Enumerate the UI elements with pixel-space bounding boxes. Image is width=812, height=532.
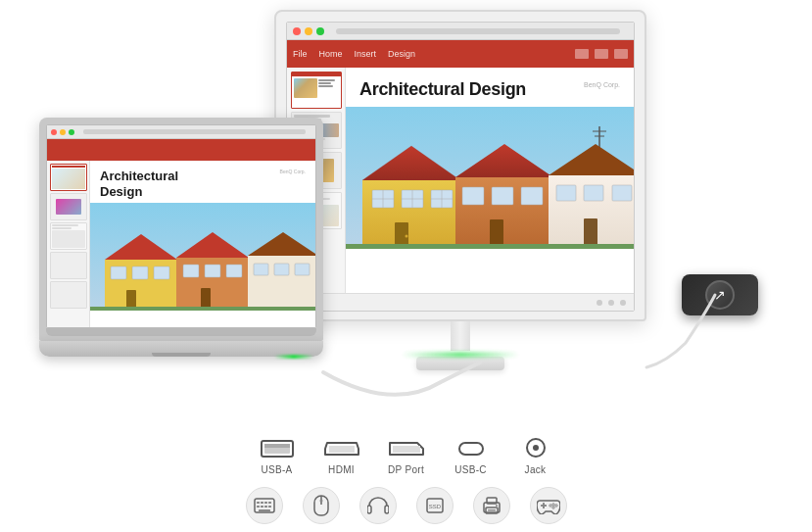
ribbon-tab-design[interactable]: Design: [388, 49, 415, 59]
laptop-house-svg: [90, 203, 315, 311]
laptop: ArchitecturalDesign BenQ Corp.: [39, 118, 323, 357]
feature-gamepad: [530, 487, 567, 524]
laptop-slide-image: [90, 203, 315, 311]
usb-c-label: USB-C: [454, 464, 487, 475]
svg-rect-64: [257, 506, 260, 508]
device-body: ↗: [682, 274, 758, 315]
svg-rect-72: [385, 506, 389, 513]
svg-rect-62: [264, 502, 267, 504]
ssd-icon: SSD: [425, 496, 445, 515]
svg-rect-23: [521, 187, 543, 205]
laptop-content: ArchitecturalDesign BenQ Corp.: [47, 161, 315, 327]
svg-rect-35: [111, 266, 126, 279]
monitor-statusbar: [287, 293, 634, 311]
feature-mouse: [303, 487, 340, 524]
ribbon-tab-insert[interactable]: Insert: [355, 49, 377, 59]
svg-rect-42: [205, 265, 220, 277]
hdmi-icon: [323, 435, 360, 460]
laptop-base: [39, 341, 323, 357]
titlebar-address: [336, 28, 620, 34]
svg-rect-43: [226, 265, 242, 277]
monitor-glow: [402, 353, 519, 357]
laptop-thumb-4[interactable]: [50, 252, 87, 279]
port-dp: DP Port: [388, 435, 425, 475]
svg-rect-68: [259, 509, 270, 511]
house-scene-svg: [346, 107, 634, 249]
mouse-icon-wrap: [303, 487, 340, 524]
features-section: SSD: [246, 487, 567, 524]
ports-section: USB-A HDMI DP Port USB-C: [259, 435, 554, 475]
svg-rect-28: [584, 185, 603, 201]
monitor-screen: File Home Insert Design: [286, 22, 635, 312]
svg-rect-65: [261, 506, 263, 508]
laptop-hinge: [46, 328, 316, 336]
svg-rect-22: [492, 187, 513, 205]
feature-ssd: SSD: [416, 487, 454, 524]
ribbon-tab-home[interactable]: Home: [319, 49, 343, 59]
laptop-thumb-3[interactable]: [50, 222, 87, 250]
ribbon-icon-3: [614, 49, 628, 59]
slide-thumb-1[interactable]: [291, 72, 342, 109]
printer-icon: [481, 496, 502, 515]
laptop-screen: ArchitecturalDesign BenQ Corp.: [46, 124, 316, 328]
laptop-thumb-1[interactable]: [50, 164, 87, 191]
svg-point-85: [549, 505, 550, 507]
laptop-ribbon: [47, 139, 315, 161]
mouse-icon: [313, 495, 329, 516]
svg-rect-61: [261, 502, 263, 504]
usb-a-label: USB-A: [261, 464, 292, 475]
laptop-titlebar: [47, 125, 315, 139]
laptop-main-slide: ArchitecturalDesign BenQ Corp.: [90, 161, 315, 327]
monitor-stand-base: [416, 357, 504, 370]
printer-icon-wrap: [473, 487, 510, 524]
svg-point-83: [554, 505, 556, 507]
svg-rect-54: [329, 446, 355, 453]
svg-point-82: [551, 504, 553, 506]
svg-point-58: [533, 445, 539, 451]
svg-rect-71: [367, 506, 371, 513]
svg-rect-37: [154, 266, 169, 279]
port-jack: Jack: [517, 435, 554, 475]
svg-rect-49: [295, 264, 310, 275]
svg-text:SSD: SSD: [428, 504, 441, 509]
slide-image: [346, 107, 634, 249]
monitor: File Home Insert Design: [274, 10, 646, 370]
device: ↗: [682, 274, 758, 315]
feature-printer: [473, 487, 510, 524]
usb-c-icon: [453, 435, 490, 460]
feature-keyboard: [246, 487, 283, 524]
laptop-slide-logo: BenQ Corp.: [280, 169, 306, 199]
ribbon-icon-2: [595, 49, 608, 59]
gamepad-icon-wrap: [530, 487, 567, 524]
laptop-thumb-2[interactable]: [50, 193, 87, 220]
monitor-titlebar: [287, 23, 634, 40]
port-usb-a: USB-A: [259, 435, 296, 475]
svg-rect-60: [257, 502, 260, 504]
gamepad-icon: [537, 497, 560, 514]
svg-rect-36: [132, 266, 148, 279]
svg-rect-21: [462, 187, 484, 205]
svg-rect-53: [264, 444, 290, 448]
minimize-dot: [305, 27, 312, 35]
svg-point-18: [406, 234, 408, 237]
svg-rect-29: [612, 185, 632, 201]
status-dot-3: [620, 300, 626, 306]
monitor-ribbon: File Home Insert Design: [287, 40, 634, 68]
headphones-icon-wrap: [359, 487, 397, 524]
laptop-titlebar-bar: [83, 129, 306, 134]
port-usb-c: USB-C: [453, 435, 490, 475]
feature-headphones: [359, 487, 397, 524]
laptop-slide-panel: [47, 161, 90, 327]
ribbon-tab-file[interactable]: File: [293, 49, 308, 59]
laptop-glow: [274, 355, 313, 359]
svg-point-70: [319, 500, 322, 503]
svg-rect-41: [183, 265, 199, 277]
slide-logo: BenQ Corp.: [584, 81, 620, 88]
keyboard-icon-wrap: [246, 487, 283, 524]
scene: File Home Insert Design: [0, 0, 812, 532]
jack-icon: [517, 435, 554, 460]
svg-rect-47: [254, 264, 268, 275]
svg-point-79: [496, 505, 498, 507]
laptop-thumb-5[interactable]: [50, 281, 87, 309]
slide-title: Architectural Design: [359, 79, 526, 101]
